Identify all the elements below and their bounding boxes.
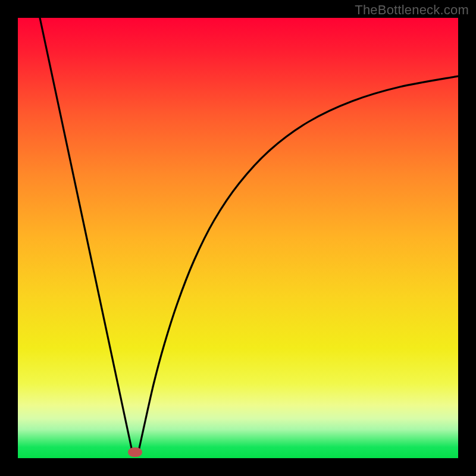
left-segment [40,18,132,451]
chart-canvas: TheBottleneck.com [0,0,476,476]
right-segment [139,76,458,451]
plot-area [18,18,458,458]
watermark-text: TheBottleneck.com [355,2,469,18]
curve-layer [18,18,458,458]
minimum-marker [128,447,142,457]
